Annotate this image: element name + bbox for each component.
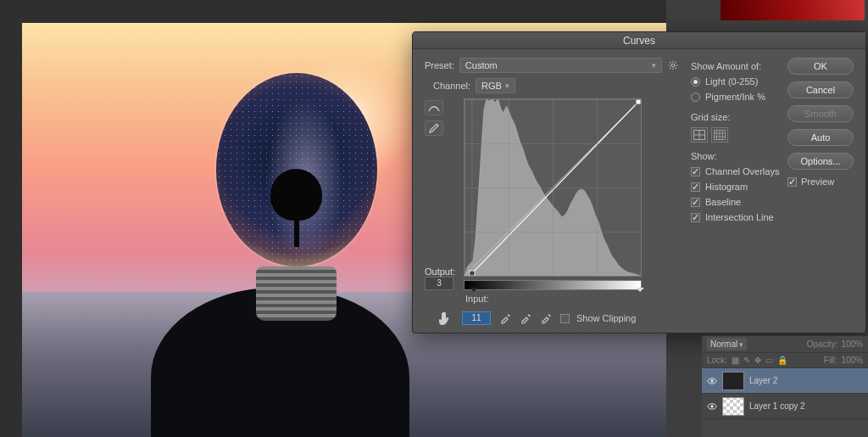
auto-button[interactable]: Auto	[787, 129, 854, 146]
black-eyedropper-icon[interactable]	[498, 311, 513, 326]
blend-mode-value: Normal	[710, 339, 737, 349]
curves-graph[interactable]	[464, 98, 642, 277]
dialog-title-bar[interactable]: Curves	[413, 32, 865, 49]
visibility-toggle-icon[interactable]	[707, 376, 717, 386]
output-label: Output:	[425, 266, 445, 277]
layer-item[interactable]: Layer 2	[702, 368, 868, 394]
pigment-radio[interactable]	[691, 92, 700, 102]
intersection-label: Intersection Line	[705, 212, 774, 222]
layer-thumbnail	[722, 397, 744, 416]
preset-select[interactable]: Custom ▾	[459, 58, 662, 73]
visibility-toggle-icon[interactable]	[707, 401, 717, 412]
input-gradient[interactable]	[464, 280, 642, 290]
ok-button[interactable]: OK	[787, 58, 854, 75]
grid-fine-button[interactable]	[711, 127, 728, 143]
gray-eyedropper-icon[interactable]	[518, 311, 533, 326]
options-button[interactable]: Options...	[787, 153, 854, 170]
preview-checkbox[interactable]	[787, 177, 797, 187]
black-point-slider[interactable]	[470, 288, 478, 296]
svg-rect-4	[636, 99, 641, 104]
curve-pencil-tool[interactable]	[425, 120, 443, 136]
gear-icon[interactable]	[667, 59, 679, 71]
targeted-adjust-icon[interactable]	[437, 309, 455, 328]
color-swatch-strip	[721, 0, 865, 20]
baseline-label: Baseline	[705, 197, 741, 207]
channel-value: RGB	[481, 81, 502, 91]
svg-point-14	[710, 405, 714, 408]
svg-rect-3	[470, 271, 475, 276]
opacity-value[interactable]: 100%	[841, 339, 863, 349]
lock-artboard-icon[interactable]: ▭	[765, 356, 773, 365]
curve-point-tool[interactable]	[425, 100, 443, 115]
histogram-label: Histogram	[705, 182, 748, 192]
lock-label: Lock:	[707, 356, 727, 365]
white-point-slider[interactable]	[636, 288, 644, 296]
channel-label: Channel:	[433, 81, 470, 91]
svg-line-1	[465, 99, 641, 276]
layer-name[interactable]: Layer 2	[749, 376, 777, 385]
chevron-down-icon: ▾	[739, 340, 743, 349]
gridsize-label: Grid size:	[691, 112, 781, 122]
layer-thumbnail	[722, 372, 744, 390]
lock-all-icon[interactable]: 🔒	[777, 356, 787, 365]
preset-value: Custom	[465, 60, 498, 70]
blend-mode-select[interactable]: Normal▾	[707, 338, 747, 350]
channel-select[interactable]: RGB ▾	[476, 78, 515, 93]
layers-panel: Normal▾ Opacity: 100% Lock: ▦ ✎ ✥ ▭ 🔒 Fi…	[702, 335, 868, 437]
fill-label: Fill:	[824, 356, 837, 365]
layer-item[interactable]: Layer 1 copy 2	[702, 394, 868, 419]
white-eyedropper-icon[interactable]	[538, 311, 554, 326]
baseline-checkbox[interactable]	[691, 198, 700, 207]
input-field[interactable]: 11	[462, 311, 491, 325]
channel-overlays-checkbox[interactable]	[691, 167, 700, 176]
histogram	[465, 99, 641, 276]
lock-move-icon[interactable]: ✥	[754, 356, 761, 365]
dialog-title: Curves	[623, 35, 655, 47]
svg-point-0	[671, 64, 675, 67]
light-radio[interactable]	[691, 77, 700, 87]
lock-transparent-icon[interactable]: ▦	[732, 356, 739, 365]
preview-label: Preview	[801, 176, 834, 187]
opacity-label: Opacity:	[807, 339, 838, 349]
show-amount-title: Show Amount of:	[691, 61, 781, 71]
layer-name[interactable]: Layer 1 copy 2	[749, 401, 805, 411]
channel-overlays-label: Channel Overlays	[705, 166, 779, 176]
chevron-down-icon: ▾	[652, 61, 656, 70]
svg-line-2	[472, 99, 641, 273]
curve-line	[465, 99, 641, 276]
intersection-checkbox[interactable]	[691, 213, 700, 222]
chevron-down-icon: ▾	[505, 81, 509, 90]
light-label: Light (0-255)	[705, 76, 758, 87]
preset-label: Preset:	[425, 60, 454, 70]
histogram-checkbox[interactable]	[691, 182, 700, 192]
cancel-button[interactable]: Cancel	[787, 81, 854, 98]
output-field[interactable]: 3	[425, 277, 453, 290]
pigment-label: Pigment/Ink %	[705, 92, 765, 102]
grid-coarse-button[interactable]	[691, 127, 708, 143]
lock-brush-icon[interactable]: ✎	[743, 356, 750, 365]
show-clipping-label: Show Clipping	[576, 313, 636, 323]
curves-dialog: Curves Preset: Custom ▾ Channel: RGB ▾	[412, 31, 866, 333]
svg-point-12	[710, 379, 714, 383]
show-title: Show:	[691, 151, 781, 161]
smooth-button[interactable]: Smooth	[787, 105, 854, 122]
fill-value[interactable]: 100%	[841, 356, 863, 365]
show-clipping-checkbox[interactable]	[560, 314, 570, 323]
